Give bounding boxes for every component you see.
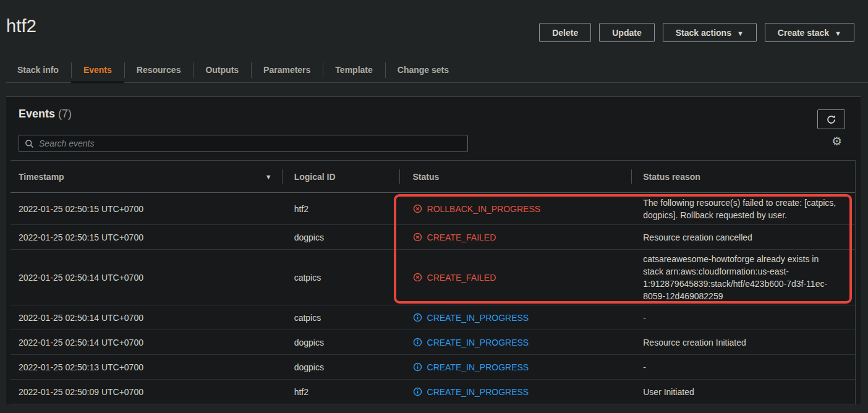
- cell-status: CREATE_FAILED: [399, 273, 632, 283]
- page-title: htf2: [6, 16, 36, 36]
- delete-button[interactable]: Delete: [539, 23, 591, 42]
- cell-status: CREATE_IN_PROGRESS: [399, 362, 632, 372]
- table-row[interactable]: 2022-01-25 02:50:15 UTC+0700 dogpics CRE…: [11, 225, 855, 250]
- tab-parameters[interactable]: Parameters: [251, 57, 323, 82]
- cell-logical-id: htf2: [282, 387, 399, 397]
- search-icon: [25, 139, 34, 148]
- search-events-input[interactable]: [39, 138, 462, 148]
- error-status-icon: [413, 204, 422, 213]
- events-table: Timestamp▼ Logical ID Status Status reas…: [11, 160, 856, 404]
- stack-tabs: Stack info Events Resources Outputs Para…: [6, 57, 868, 83]
- cell-status-reason: -: [631, 312, 855, 324]
- search-events-box: [19, 135, 468, 152]
- cell-status-reason: catsareawesome-howtoforge already exists…: [631, 253, 855, 302]
- cell-timestamp: 2022-01-25 02:50:09 UTC+0700: [11, 387, 282, 397]
- sort-descending-icon[interactable]: ▼: [265, 173, 272, 181]
- cell-status-reason: Resource creation Initiated: [631, 336, 855, 349]
- cell-status: ROLLBACK_IN_PROGRESS: [399, 204, 632, 214]
- cell-logical-id: htf2: [282, 204, 399, 214]
- column-header-status[interactable]: Status: [399, 161, 632, 192]
- cell-timestamp: 2022-01-25 02:50:15 UTC+0700: [11, 204, 282, 214]
- cloudformation-stack-page: htf2 Delete Update Stack actions▼ Create…: [0, 0, 868, 413]
- cell-timestamp: 2022-01-25 02:50:14 UTC+0700: [11, 313, 282, 323]
- cell-logical-id: dogpics: [282, 362, 399, 372]
- chevron-down-icon: ▼: [835, 30, 841, 37]
- cell-status: CREATE_IN_PROGRESS: [399, 338, 632, 347]
- cell-logical-id: dogpics: [282, 338, 399, 347]
- stack-actions-dropdown-button[interactable]: Stack actions▼: [663, 23, 757, 42]
- table-row[interactable]: 2022-01-25 02:50:14 UTC+0700 catpics CRE…: [11, 250, 855, 305]
- events-panel: Events(7) ⚙ Timestamp▼ Logical ID Status…: [6, 96, 861, 404]
- error-status-icon: [413, 273, 422, 282]
- settings-gear-icon[interactable]: ⚙: [832, 135, 842, 147]
- tab-template[interactable]: Template: [323, 57, 385, 82]
- cell-timestamp: 2022-01-25 02:50:13 UTC+0700: [11, 362, 282, 372]
- cell-status: CREATE_FAILED: [399, 232, 632, 242]
- table-row[interactable]: 2022-01-25 02:50:14 UTC+0700 dogpics CRE…: [11, 330, 855, 355]
- cell-timestamp: 2022-01-25 02:50:14 UTC+0700: [11, 273, 282, 283]
- cell-status-reason: The following resource(s) failed to crea…: [631, 197, 855, 221]
- cell-logical-id: dogpics: [282, 232, 399, 242]
- cell-timestamp: 2022-01-25 02:50:14 UTC+0700: [11, 338, 282, 347]
- cell-status-reason: Resource creation cancelled: [631, 231, 855, 244]
- info-status-icon: [413, 338, 422, 347]
- table-row[interactable]: 2022-01-25 02:50:13 UTC+0700 dogpics CRE…: [11, 355, 855, 380]
- refresh-icon: [826, 114, 836, 125]
- tab-stack-info[interactable]: Stack info: [6, 57, 71, 82]
- cell-status: CREATE_IN_PROGRESS: [399, 387, 632, 397]
- refresh-button[interactable]: [817, 109, 845, 129]
- cell-status: CREATE_IN_PROGRESS: [399, 313, 632, 323]
- info-status-icon: [413, 387, 422, 396]
- column-header-logical-id[interactable]: Logical ID: [282, 161, 399, 192]
- update-button[interactable]: Update: [599, 23, 654, 42]
- cell-logical-id: catpics: [282, 313, 399, 323]
- column-header-timestamp[interactable]: Timestamp▼: [11, 161, 282, 192]
- tab-outputs[interactable]: Outputs: [193, 57, 251, 82]
- cell-timestamp: 2022-01-25 02:50:15 UTC+0700: [11, 232, 282, 242]
- table-row[interactable]: 2022-01-25 02:50:15 UTC+0700 htf2 ROLLBA…: [11, 193, 855, 225]
- column-header-status-reason[interactable]: Status reason: [631, 161, 855, 192]
- error-status-icon: [413, 232, 422, 242]
- chevron-down-icon: ▼: [737, 30, 744, 37]
- info-status-icon: [413, 313, 422, 322]
- cell-logical-id: catpics: [282, 273, 399, 283]
- tab-change-sets[interactable]: Change sets: [385, 57, 461, 82]
- events-count: (7): [58, 108, 72, 120]
- table-row[interactable]: 2022-01-25 02:50:09 UTC+0700 htf2 CREATE…: [11, 380, 855, 404]
- cell-status-reason: User Initiated: [631, 386, 855, 398]
- table-header-row: Timestamp▼ Logical ID Status Status reas…: [11, 160, 855, 193]
- info-status-icon: [413, 362, 422, 372]
- create-stack-dropdown-button[interactable]: Create stack▼: [765, 23, 854, 42]
- tab-resources[interactable]: Resources: [124, 57, 194, 82]
- cell-status-reason: -: [631, 361, 855, 373]
- stack-action-buttons: Delete Update Stack actions▼ Create stac…: [539, 23, 854, 42]
- tab-events[interactable]: Events: [71, 57, 124, 82]
- table-row[interactable]: 2022-01-25 02:50:14 UTC+0700 catpics CRE…: [11, 305, 855, 330]
- events-heading: Events(7): [19, 108, 72, 121]
